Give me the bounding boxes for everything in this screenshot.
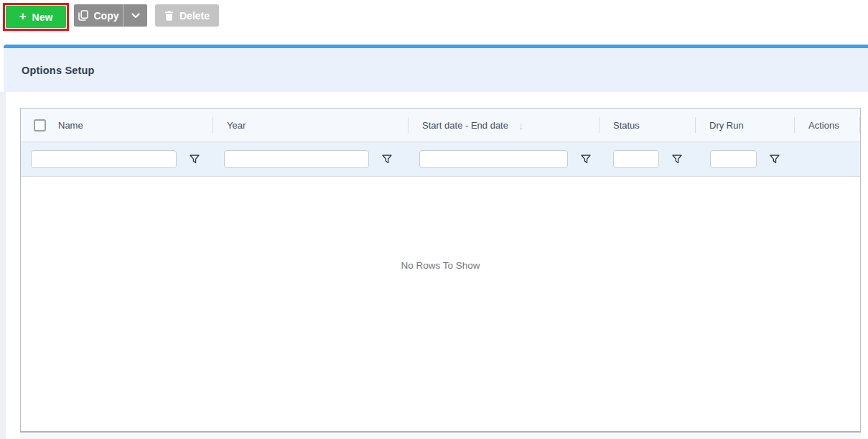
annotation-highlight-box: + New (3, 3, 69, 31)
copy-icon (78, 10, 88, 21)
funnel-icon (581, 154, 591, 164)
filter-cell-name (21, 142, 213, 176)
page-title: Options Setup (22, 65, 95, 76)
left-edge-strip (0, 92, 6, 439)
filter-menu-button-dry-run[interactable] (770, 154, 780, 164)
filter-cell-start-end-date (408, 142, 599, 176)
delete-button-label: Delete (179, 10, 210, 22)
column-label-name: Name (58, 120, 83, 131)
column-header-name[interactable]: Name (21, 108, 213, 142)
copy-button[interactable]: Copy (74, 4, 123, 27)
column-header-status[interactable]: Status (599, 108, 695, 142)
grid-header-row: Name Year Start date - End date ↓ Status… (21, 108, 860, 142)
filter-menu-button-start-end-date[interactable] (581, 154, 591, 164)
funnel-icon (770, 154, 780, 164)
copy-button-group: Copy (74, 4, 147, 27)
column-header-actions[interactable]: Actions (794, 108, 860, 142)
filter-menu-button-status[interactable] (672, 154, 682, 164)
filter-cell-status (599, 142, 695, 176)
column-label-dry-run: Dry Run (709, 120, 744, 131)
new-button-label: New (32, 11, 53, 23)
chevron-down-icon (131, 13, 140, 19)
filter-input-name[interactable] (31, 150, 177, 168)
column-label-start-end-date: Start date - End date (422, 120, 508, 131)
column-header-dry-run[interactable]: Dry Run (695, 108, 794, 142)
sort-down-icon: ↓ (518, 119, 524, 131)
grid-footer-bar (20, 431, 861, 439)
data-grid: Name Year Start date - End date ↓ Status… (20, 108, 861, 432)
copy-dropdown-button[interactable] (123, 4, 147, 27)
grid-body: No Rows To Show (21, 177, 860, 432)
funnel-icon (190, 154, 200, 164)
trash-icon (164, 11, 174, 21)
filter-cell-actions (794, 142, 860, 176)
delete-button[interactable]: Delete (155, 4, 219, 27)
column-label-status: Status (613, 120, 640, 131)
panel-header: Options Setup (4, 48, 868, 92)
new-button[interactable]: + New (6, 6, 66, 28)
filter-input-dry-run[interactable] (710, 150, 757, 168)
filter-cell-year (213, 142, 408, 176)
select-all-checkbox[interactable] (34, 119, 46, 131)
funnel-icon (672, 154, 682, 164)
plus-icon: + (19, 10, 27, 22)
column-label-actions: Actions (808, 120, 839, 131)
copy-button-label: Copy (94, 10, 119, 22)
funnel-icon (382, 154, 392, 164)
filter-menu-button-year[interactable] (382, 154, 392, 164)
no-rows-message: No Rows To Show (21, 260, 860, 271)
grid-filter-row (21, 142, 860, 177)
filter-input-status[interactable] (613, 150, 659, 168)
toolbar: + New Copy (0, 0, 868, 45)
filter-input-year[interactable] (224, 150, 369, 168)
filter-input-start-end-date[interactable] (419, 150, 568, 168)
column-header-start-end-date[interactable]: Start date - End date ↓ (408, 108, 599, 142)
filter-menu-button-name[interactable] (190, 154, 200, 164)
column-label-year: Year (227, 120, 246, 131)
filter-cell-dry-run (695, 142, 794, 176)
column-header-year[interactable]: Year (213, 108, 408, 142)
